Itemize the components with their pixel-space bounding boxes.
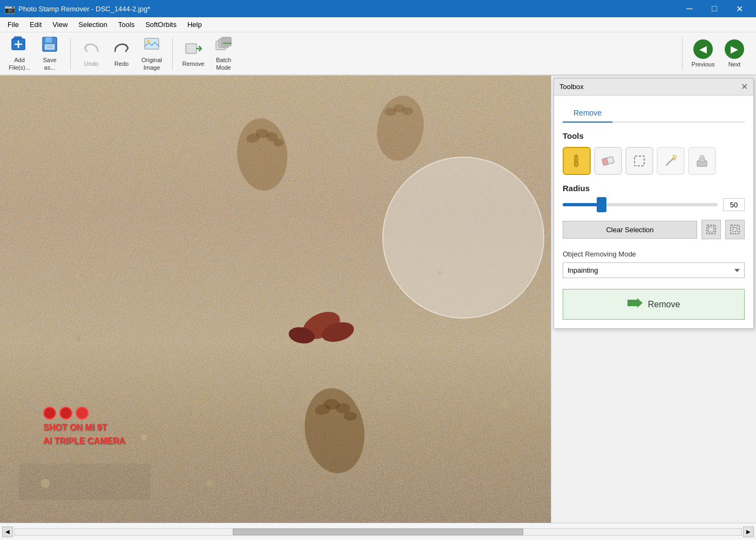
menu-softorbits[interactable]: SoftOrbits [140, 18, 182, 31]
toolbar-group-remove: Remove BatchMode [176, 35, 241, 72]
photo-canvas[interactable]: SHOT ON MI 9T AI TRIPLE CAMERA [0, 76, 551, 523]
maximize-button[interactable]: □ [702, 0, 727, 17]
svg-rect-37 [19, 463, 151, 500]
nav-separator [682, 37, 683, 70]
batch-mode-icon [215, 36, 232, 56]
canvas-area[interactable]: SHOT ON MI 9T AI TRIPLE CAMERA [0, 76, 551, 523]
radius-slider-track[interactable] [563, 203, 718, 206]
remove-button-toolbar[interactable]: Remove [178, 36, 208, 71]
bottom-scrollbar: ◀ ▶ [0, 523, 756, 540]
title-bar: 📷 Photo Stamp Remover - DSC_1444-2.jpg* … [0, 0, 756, 17]
svg-point-39 [574, 161, 578, 167]
save-as-button[interactable]: Saveas... [35, 36, 65, 71]
selection-row: Clear Selection [563, 220, 745, 239]
toolbar-group-edit: Undo Redo OriginalImage [74, 35, 169, 72]
scroll-right-button[interactable]: ▶ [743, 526, 754, 537]
menu-selection[interactable]: Selection [73, 18, 112, 31]
svg-rect-5 [46, 45, 53, 49]
menu-edit[interactable]: Edit [24, 18, 47, 31]
svg-point-27 [344, 411, 357, 421]
redo-button[interactable]: Redo [106, 36, 137, 71]
original-image-icon [143, 36, 160, 56]
stamp-tool-button[interactable] [688, 147, 716, 175]
close-button[interactable]: ✕ [727, 0, 752, 17]
redo-label: Redo [114, 60, 129, 68]
contract-selection-button[interactable] [725, 220, 745, 239]
toolbox: Toolbox ✕ Remove Tools [554, 78, 754, 329]
menu-tools[interactable]: Tools [113, 18, 140, 31]
svg-rect-49 [700, 156, 704, 159]
svg-rect-8 [186, 44, 197, 53]
next-button[interactable]: ▶ Next [719, 36, 750, 71]
add-files-button[interactable]: AddFile(s)... [4, 36, 35, 71]
svg-point-46 [674, 156, 677, 158]
svg-rect-11 [221, 37, 231, 46]
watermark-area: SHOT ON MI 9T AI TRIPLE CAMERA [43, 407, 125, 447]
eraser-tool-button[interactable] [594, 147, 622, 175]
svg-point-31 [76, 336, 81, 341]
tools-grid [563, 147, 745, 175]
watermark-circle-1 [43, 407, 56, 420]
next-label: Next [728, 61, 741, 68]
toolbox-body: Remove Tools [554, 96, 753, 328]
menu-help[interactable]: Help [182, 18, 207, 31]
toolbar-separator-1 [70, 37, 71, 70]
radius-slider-section: 50 [563, 198, 745, 211]
remove-action-label: Remove [648, 300, 680, 309]
svg-point-18 [273, 139, 284, 147]
rect-select-button[interactable] [625, 147, 653, 175]
watermark-text-2: AI TRIPLE CAMERA [43, 435, 125, 447]
previous-button[interactable]: ◀ Previous [688, 36, 718, 71]
add-files-icon [11, 36, 28, 56]
svg-point-7 [147, 40, 150, 43]
previous-label: Previous [692, 61, 715, 68]
expand-selection-button[interactable] [701, 220, 721, 239]
toolbox-title: Toolbox [559, 83, 584, 91]
undo-label: Undo [84, 60, 98, 68]
remove-action-button[interactable]: Remove [563, 289, 745, 320]
svg-point-32 [140, 434, 147, 441]
remove-action-icon [627, 297, 643, 312]
menu-file[interactable]: File [2, 18, 24, 31]
svg-point-22 [402, 107, 413, 115]
menu-view[interactable]: View [47, 18, 73, 31]
magnifier-circle [382, 157, 544, 319]
watermark-circle-2 [59, 407, 72, 420]
batch-mode-button[interactable]: BatchMode [208, 36, 239, 71]
horizontal-scrollbar-track[interactable] [14, 528, 742, 536]
magic-wand-button[interactable] [657, 147, 685, 175]
right-panel: Toolbox ✕ Remove Tools [551, 76, 756, 523]
svg-line-44 [666, 158, 674, 165]
radius-slider-value[interactable]: 50 [723, 198, 745, 211]
undo-button[interactable]: Undo [76, 36, 106, 71]
toolbox-close-button[interactable]: ✕ [741, 82, 748, 92]
navigation-area: ◀ Previous ▶ Next [682, 36, 754, 71]
object-removing-mode-label: Object Removing Mode [563, 250, 745, 258]
tab-remove[interactable]: Remove [563, 104, 612, 123]
original-image-label: OriginalImage [141, 57, 162, 71]
redo-icon [113, 39, 130, 59]
toolbox-tabs: Remove [563, 104, 745, 123]
add-files-label: AddFile(s)... [9, 57, 30, 71]
app-title: Photo Stamp Remover - DSC_1444-2.jpg* [18, 5, 150, 13]
scroll-left-button[interactable]: ◀ [2, 526, 13, 537]
brush-tool-button[interactable] [563, 147, 591, 175]
radius-slider-row: 50 [563, 198, 745, 211]
minimize-button[interactable]: ─ [677, 0, 702, 17]
watermark-icons [43, 407, 125, 420]
remove-icon [185, 39, 202, 59]
tab-remove-label: Remove [573, 109, 602, 117]
original-image-button[interactable]: OriginalImage [137, 36, 167, 71]
svg-rect-1 [14, 37, 22, 39]
remove-label: Remove [183, 60, 205, 68]
object-removing-mode-select[interactable]: Inpainting Content-Aware Fill Clone [563, 262, 745, 278]
svg-rect-51 [708, 227, 714, 232]
clear-selection-button[interactable]: Clear Selection [563, 221, 697, 239]
window-controls: ─ □ ✕ [677, 0, 752, 17]
horizontal-scrollbar-thumb[interactable] [233, 529, 523, 535]
watermark-circle-3 [76, 407, 89, 420]
watermark-text-1: SHOT ON MI 9T [43, 422, 125, 434]
svg-point-36 [206, 480, 213, 487]
radius-slider-thumb[interactable] [597, 197, 606, 212]
svg-rect-53 [733, 227, 737, 232]
